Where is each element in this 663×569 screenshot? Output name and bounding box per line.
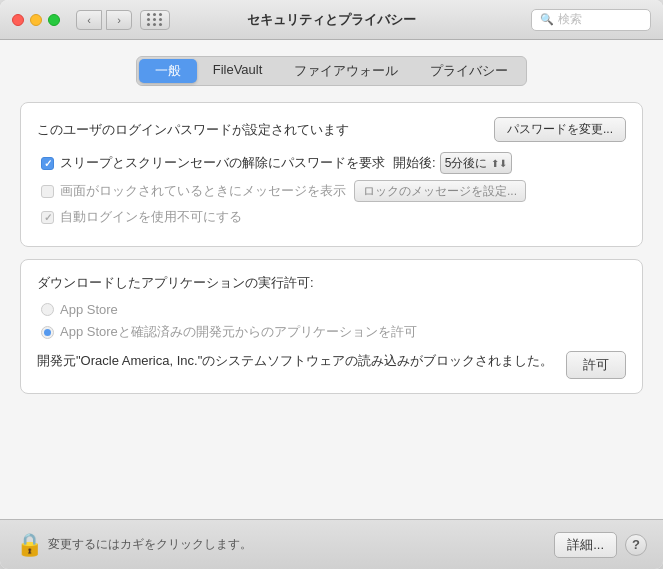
help-button[interactable]: ? <box>625 534 647 556</box>
oracle-row: 開発元"Oracle America, Inc."のシステムソフトウェアの読み込… <box>37 351 626 379</box>
lock-screen-checkbox[interactable] <box>41 185 54 198</box>
tab-group: 一般 FileVault ファイアウォール プライバシー <box>136 56 528 86</box>
window: ‹ › セキュリティとプライバシー 🔍 検索 一般 FileVault ファイア… <box>0 0 663 569</box>
tab-bar: 一般 FileVault ファイアウォール プライバシー <box>20 56 643 86</box>
tab-firewall[interactable]: ファイアウォール <box>278 59 414 83</box>
detail-button[interactable]: 詳細... <box>554 532 617 558</box>
after-label: 開始後: <box>393 154 436 172</box>
password-row: このユーザのログインパスワードが設定されています パスワードを変更... <box>37 117 626 142</box>
auto-login-label: 自動ログインを使用不可にする <box>60 208 242 226</box>
search-icon: 🔍 <box>540 13 554 26</box>
titlebar: ‹ › セキュリティとプライバシー 🔍 検索 <box>0 0 663 40</box>
apps-grid-button[interactable] <box>140 10 170 30</box>
nav-buttons: ‹ › <box>76 10 132 30</box>
password-status-text: このユーザのログインパスワードが設定されています <box>37 121 349 139</box>
radio-appstore-verified[interactable] <box>41 326 54 339</box>
radio-appstore-row: App Store <box>37 302 626 317</box>
window-title: セキュリティとプライバシー <box>247 11 416 29</box>
auto-login-checkbox[interactable] <box>41 211 54 224</box>
allow-button[interactable]: 許可 <box>566 351 626 379</box>
auto-login-checkbox-row: 自動ログインを使用不可にする <box>37 208 626 226</box>
close-button[interactable] <box>12 14 24 26</box>
sleep-checkbox-row: スリープとスクリーンセーバの解除にパスワードを要求 開始後: 5分後に ⬆⬇ <box>37 152 626 174</box>
back-button[interactable]: ‹ <box>76 10 102 30</box>
downloads-title: ダウンロードしたアプリケーションの実行許可: <box>37 274 626 292</box>
sleep-checkbox[interactable] <box>41 157 54 170</box>
lock-status-text: 変更するにはカギをクリックします。 <box>48 536 554 553</box>
password-section: このユーザのログインパスワードが設定されています パスワードを変更... スリー… <box>20 102 643 247</box>
tab-filevault[interactable]: FileVault <box>197 59 279 83</box>
after-select-inline: 開始後: 5分後に ⬆⬇ <box>393 152 512 174</box>
lock-screen-checkbox-row: 画面がロックされているときにメッセージを表示 ロックのメッセージを設定... <box>37 180 626 202</box>
lock-icon[interactable]: 🔒 <box>16 531 40 559</box>
radio-appstore[interactable] <box>41 303 54 316</box>
radio-appstore-label: App Store <box>60 302 118 317</box>
chevron-down-icon: ⬆⬇ <box>491 158 507 169</box>
lock-screen-label: 画面がロックされているときにメッセージを表示 <box>60 182 346 200</box>
bottom-right-buttons: 詳細... ? <box>554 532 647 558</box>
main-content: 一般 FileVault ファイアウォール プライバシー このユーザのログインパ… <box>0 40 663 519</box>
forward-button[interactable]: › <box>106 10 132 30</box>
search-box[interactable]: 🔍 検索 <box>531 9 651 31</box>
change-password-button[interactable]: パスワードを変更... <box>494 117 626 142</box>
radio-appstore-verified-label: App Storeと確認済みの開発元からのアプリケーションを許可 <box>60 323 417 341</box>
set-lock-message-button[interactable]: ロックのメッセージを設定... <box>354 180 526 202</box>
after-select[interactable]: 5分後に ⬆⬇ <box>440 152 513 174</box>
downloads-section: ダウンロードしたアプリケーションの実行許可: App Store App Sto… <box>20 259 643 394</box>
bottom-bar: 🔒 変更するにはカギをクリックします。 詳細... ? <box>0 519 663 569</box>
after-value: 5分後に <box>445 155 488 172</box>
maximize-button[interactable] <box>48 14 60 26</box>
search-placeholder: 検索 <box>558 11 582 28</box>
tab-general[interactable]: 一般 <box>139 59 197 83</box>
sleep-label: スリープとスクリーンセーバの解除にパスワードを要求 <box>60 154 385 172</box>
minimize-button[interactable] <box>30 14 42 26</box>
traffic-lights <box>12 14 60 26</box>
oracle-block-text: 開発元"Oracle America, Inc."のシステムソフトウェアの読み込… <box>37 351 554 371</box>
tab-privacy[interactable]: プライバシー <box>414 59 524 83</box>
radio-appstore-verified-row: App Storeと確認済みの開発元からのアプリケーションを許可 <box>37 323 626 341</box>
